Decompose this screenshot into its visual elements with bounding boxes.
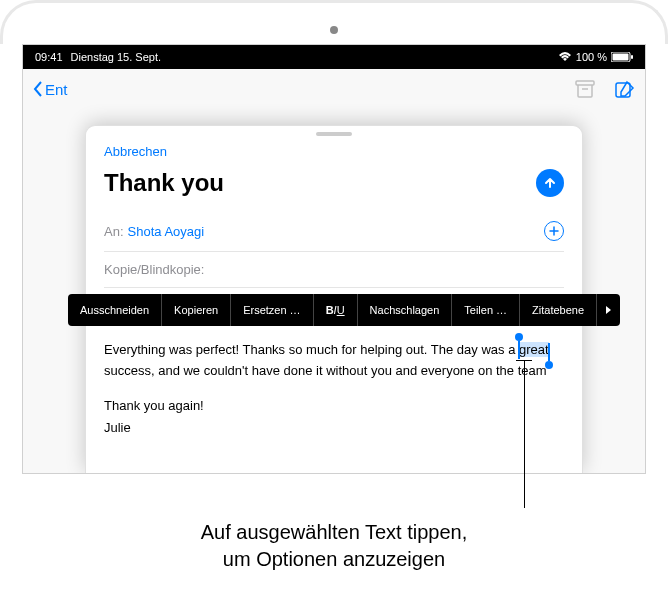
context-lookup[interactable]: Nachschlagen	[358, 294, 453, 326]
send-button[interactable]	[536, 169, 564, 197]
context-quote-level[interactable]: Zitatebene	[520, 294, 597, 326]
status-bar: 09:41 Dienstag 15. Sept. 100 %	[23, 45, 645, 69]
add-recipient-button[interactable]	[544, 221, 564, 241]
context-menu: Ausschneiden Kopieren Ersetzen … B I U N…	[68, 294, 620, 326]
battery-icon	[611, 52, 633, 62]
selection-handle-right[interactable]	[548, 343, 550, 361]
context-copy[interactable]: Kopieren	[162, 294, 231, 326]
context-more-icon[interactable]	[597, 294, 620, 326]
svg-rect-2	[631, 55, 633, 59]
selected-text[interactable]: great	[519, 342, 549, 357]
chevron-left-icon	[33, 81, 43, 97]
context-biu[interactable]: B I U	[314, 294, 358, 326]
battery-text: 100 %	[576, 51, 607, 63]
wifi-icon	[558, 52, 572, 62]
context-cut[interactable]: Ausschneiden	[68, 294, 162, 326]
selection-handle-left[interactable]	[518, 341, 520, 359]
screen: 09:41 Dienstag 15. Sept. 100 % Ent	[22, 44, 646, 474]
to-value: Shota Aoyagi	[128, 224, 205, 239]
status-time: 09:41	[35, 51, 63, 63]
camera-dot	[330, 26, 338, 34]
back-label: Ent	[45, 81, 68, 98]
cc-field[interactable]: Kopie/Blindkopie:	[104, 252, 564, 288]
compose-title: Thank you	[104, 169, 224, 197]
context-replace[interactable]: Ersetzen …	[231, 294, 313, 326]
caption-line-1: Auf ausgewählten Text tippen,	[0, 519, 668, 546]
email-body[interactable]: Everything was perfect! Thanks so much f…	[104, 324, 564, 469]
caption-line-2: um Optionen anzuzeigen	[0, 546, 668, 573]
cc-label: Kopie/Blindkopie:	[104, 262, 204, 277]
mail-nav-bar: Ent	[23, 69, 645, 109]
to-field[interactable]: An: Shota Aoyagi	[104, 211, 564, 252]
back-button[interactable]: Ent	[33, 81, 68, 98]
cancel-button[interactable]: Abbrechen	[104, 144, 564, 159]
body-paragraph-1: Everything was perfect! Thanks so much f…	[104, 340, 564, 382]
ipad-frame	[0, 0, 668, 44]
context-share[interactable]: Teilen …	[452, 294, 520, 326]
caption: Auf ausgewählten Text tippen, um Optione…	[0, 519, 668, 573]
compose-icon[interactable]	[615, 80, 635, 98]
archive-icon[interactable]	[575, 80, 595, 98]
sheet-handle[interactable]	[316, 132, 352, 136]
svg-rect-1	[613, 54, 629, 61]
body-paragraph-2: Thank you again!	[104, 396, 564, 417]
callout-connector	[524, 360, 525, 508]
to-label: An:	[104, 224, 124, 239]
status-date: Dienstag 15. Sept.	[71, 51, 162, 63]
svg-rect-3	[576, 81, 594, 85]
body-paragraph-3: Julie	[104, 418, 564, 439]
